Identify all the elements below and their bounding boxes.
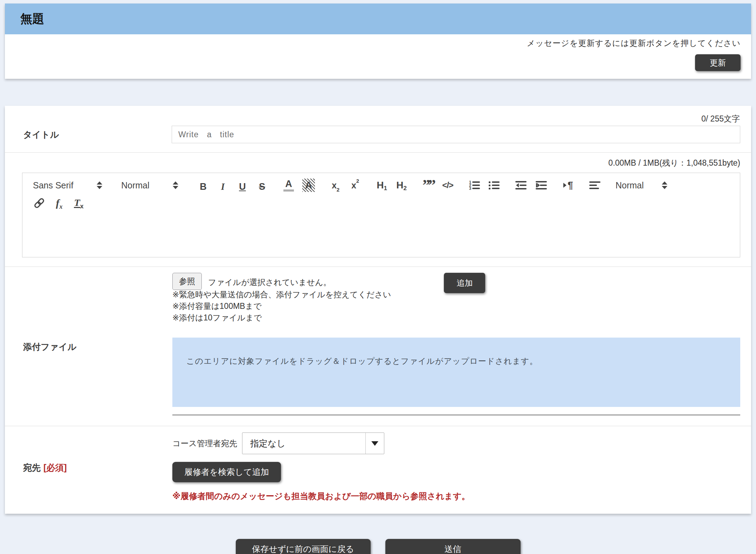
text-color-bar (283, 189, 294, 192)
title-input[interactable] (172, 126, 740, 143)
message-form-panel: 0/ 255文字 タイトル 0.00MB / 1MB(残り：1,048,551b… (5, 106, 751, 514)
file-dropzone[interactable]: このエリアに対象ファイルをドラッグ＆ドロップするとファイルがアップロードされます… (172, 338, 740, 407)
formula-icon[interactable]: fx (53, 197, 65, 209)
update-button[interactable]: 更新 (695, 54, 741, 71)
course-admin-row: コース管理者宛先 指定なし (172, 432, 740, 454)
quote-code-group: ”” </> (422, 179, 454, 192)
size-picker[interactable]: Normal (616, 180, 672, 191)
block-format-picker[interactable]: Normal (121, 180, 183, 191)
message-header-panel: 無題 メッセージを更新するには更新ボタンを押してください 更新 (5, 4, 751, 79)
ordered-list-icon[interactable]: 1 2 3 (468, 179, 480, 192)
code-block-icon[interactable]: </> (442, 179, 454, 192)
add-attachment-button[interactable]: 追加 (444, 273, 485, 293)
body-editor-section: 0.00MB / 1MB(残り：1,048,551byte) Sans Seri… (5, 153, 751, 266)
title-field-row: タイトル (5, 124, 751, 152)
text-direction-icon[interactable]: ¶ (562, 179, 574, 192)
update-area: メッセージを更新するには更新ボタンを押してください 更新 (5, 34, 751, 79)
browse-button[interactable]: 参照 (172, 273, 202, 290)
select-dropdown-icon[interactable] (366, 441, 384, 446)
attachment-note: ※添付は10ファイルまで (172, 312, 740, 324)
align-icon[interactable] (589, 179, 601, 192)
message-title-bar: 無題 (5, 4, 751, 34)
direction-group: ¶ (562, 179, 574, 192)
size-picker-value: Normal (616, 180, 644, 191)
recipient-section: 宛先[必須] コース管理者宛先 指定なし 履修者を検索して追加 ※履修者間のみの… (5, 426, 751, 514)
header1-icon[interactable]: H1 (376, 179, 388, 192)
editor-capacity-info: 0.00MB / 1MB(残り：1,048,551byte) (22, 158, 740, 168)
superscript-icon[interactable]: x2 (349, 179, 361, 192)
search-students-button[interactable]: 履修者を検索して追加 (172, 462, 281, 482)
text-color-icon[interactable]: A (283, 179, 295, 192)
course-admin-select[interactable]: 指定なし (242, 432, 384, 454)
script-group: x2 x2 (330, 179, 361, 192)
outdent-icon[interactable] (515, 179, 527, 192)
send-button[interactable]: 送信 (385, 539, 521, 554)
rich-text-editor[interactable]: Sans Serif Normal B I U S A (22, 173, 740, 257)
recipient-label-text: 宛先 (23, 463, 41, 472)
required-badge: [必須] (43, 463, 67, 472)
dropzone-underline (172, 415, 740, 415)
attachment-label: 添付ファイル (23, 341, 76, 353)
editor-content-area[interactable] (22, 209, 740, 248)
block-picker-value: Normal (121, 180, 150, 191)
align-group (589, 179, 601, 192)
no-file-text: ファイルが選択されていません。 (208, 277, 331, 288)
header2-icon[interactable]: H2 (396, 179, 407, 192)
subscript-icon[interactable]: x2 (330, 179, 342, 192)
message-title: 無題 (20, 11, 44, 27)
course-admin-label: コース管理者宛先 (172, 438, 237, 449)
list-group: 1 2 3 (468, 179, 500, 192)
indent-group (515, 179, 548, 192)
clean-format-icon[interactable]: Tx (73, 197, 85, 209)
direction-triangle (563, 183, 566, 188)
font-picker-value: Sans Serif (33, 180, 73, 191)
blockquote-icon[interactable]: ”” (422, 179, 434, 192)
picker-arrows-icon (662, 181, 667, 189)
insert-group: fx Tx (33, 197, 85, 209)
picker-arrows-icon (173, 181, 178, 189)
back-button[interactable]: 保存せずに前の画面に戻る (236, 539, 371, 554)
recipient-warning: ※履修者間のみのメッセージも担当教員および一部の職員から参照されます。 (172, 491, 740, 502)
underline-icon[interactable]: U (236, 179, 248, 192)
svg-text:3: 3 (469, 186, 471, 191)
color-group: A A (283, 179, 315, 192)
footer-actions: 保存せずに前の画面に戻る 送信 (0, 539, 756, 554)
title-char-counter: 0/ 255文字 (5, 106, 751, 124)
bold-icon[interactable]: B (197, 179, 209, 192)
text-style-group: B I U S (197, 179, 268, 192)
indent-icon[interactable] (535, 179, 548, 192)
course-admin-selected-value: 指定なし (242, 438, 365, 449)
heading-group: H1 H2 (376, 179, 407, 192)
italic-icon[interactable]: I (217, 179, 229, 192)
link-icon[interactable] (33, 197, 46, 209)
picker-arrows-icon (97, 181, 102, 189)
strikethrough-icon[interactable]: S (256, 179, 268, 192)
bullet-list-icon[interactable] (488, 179, 500, 192)
attachment-notes: ※緊急時や大量送信の場合、添付ファイルを控えてください ※添付容量は100MBま… (172, 289, 740, 324)
editor-toolbar: Sans Serif Normal B I U S A (22, 173, 740, 209)
recipient-label: 宛先[必須] (23, 462, 67, 473)
dropzone-text: このエリアに対象ファイルをドラッグ＆ドロップするとファイルがアップロードされます… (186, 356, 538, 366)
font-picker[interactable]: Sans Serif (33, 180, 106, 191)
title-label: タイトル (23, 129, 172, 140)
background-color-letter: A (305, 181, 312, 190)
text-color-letter: A (285, 179, 292, 189)
update-notice: メッセージを更新するには更新ボタンを押してください (15, 38, 741, 49)
attachment-note: ※添付容量は100MBまで (172, 300, 740, 312)
attachment-section: 添付ファイル 参照 ファイルが選択されていません。 追加 ※緊急時や大量送信の場… (5, 267, 751, 426)
background-color-icon[interactable]: A (302, 179, 315, 192)
